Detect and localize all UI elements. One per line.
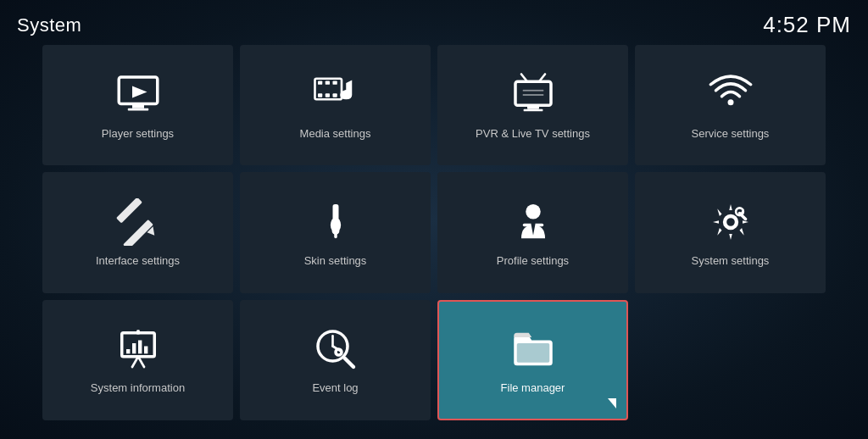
eventlog-icon: [310, 324, 361, 375]
filemanager-icon: [508, 324, 559, 375]
interface-settings-label: Interface settings: [96, 254, 180, 269]
media-settings-label: Media settings: [300, 127, 371, 142]
tile-service-settings[interactable]: Service settings: [635, 45, 826, 165]
svg-rect-10: [332, 93, 337, 97]
svg-point-18: [727, 99, 733, 105]
svg-rect-38: [144, 347, 147, 354]
svg-rect-39: [136, 331, 140, 335]
tile-system-information[interactable]: System information: [42, 300, 233, 420]
svg-rect-45: [516, 343, 549, 363]
service-settings-label: Service settings: [692, 127, 770, 142]
settings-grid: Player settings Media settings: [17, 45, 851, 420]
svg-rect-9: [325, 93, 329, 97]
svg-rect-6: [325, 81, 329, 84]
profile-settings-label: Profile settings: [497, 254, 569, 269]
pvr-icon: [508, 69, 559, 120]
profile-icon: [508, 197, 559, 247]
tile-pvr-settings[interactable]: PVR & Live TV settings: [437, 45, 628, 165]
svg-rect-35: [126, 349, 130, 353]
tile-media-settings[interactable]: Media settings: [240, 45, 431, 165]
svg-rect-14: [527, 105, 539, 108]
svg-point-44: [336, 349, 342, 355]
svg-rect-15: [523, 108, 542, 111]
svg-rect-5: [318, 81, 322, 84]
skin-icon: [310, 197, 361, 247]
system-settings-icon: [705, 197, 756, 247]
svg-rect-20: [116, 198, 142, 223]
page-title: System: [17, 14, 81, 36]
svg-rect-11: [515, 81, 551, 105]
svg-rect-1: [132, 103, 144, 108]
tile-file-manager[interactable]: File manager: [437, 300, 628, 420]
tile-interface-settings[interactable]: Interface settings: [42, 172, 233, 292]
svg-rect-8: [318, 93, 322, 97]
sysinfo-icon: [113, 324, 164, 375]
event-log-label: Event log: [312, 381, 358, 396]
file-manager-label: File manager: [501, 381, 565, 396]
tile-player-settings[interactable]: Player settings: [42, 45, 233, 165]
page-wrapper: System 4:52 PM Player settings: [0, 0, 868, 439]
svg-point-29: [725, 216, 737, 228]
tile-skin-settings[interactable]: Skin settings: [240, 172, 431, 292]
skin-settings-label: Skin settings: [304, 254, 367, 269]
svg-marker-3: [132, 86, 147, 97]
system-information-label: System information: [91, 381, 185, 396]
svg-rect-2: [127, 108, 148, 110]
service-icon: [705, 69, 756, 120]
svg-rect-36: [132, 343, 136, 353]
pvr-settings-label: PVR & Live TV settings: [476, 127, 590, 142]
svg-line-34: [138, 357, 144, 367]
svg-line-43: [344, 358, 353, 368]
svg-rect-7: [332, 81, 337, 84]
player-icon: [113, 69, 164, 120]
svg-line-33: [132, 357, 138, 367]
svg-point-26: [526, 204, 541, 220]
clock: 4:52 PM: [763, 12, 851, 38]
tile-system-settings[interactable]: System settings: [635, 172, 826, 292]
svg-rect-25: [334, 232, 337, 238]
header: System 4:52 PM: [17, 8, 851, 45]
svg-rect-37: [138, 341, 142, 354]
interface-icon: [113, 197, 164, 247]
tile-profile-settings[interactable]: Profile settings: [437, 172, 628, 292]
player-settings-label: Player settings: [102, 127, 174, 142]
tile-event-log[interactable]: Event log: [240, 300, 431, 420]
media-icon: [310, 69, 361, 120]
system-settings-label: System settings: [692, 254, 770, 269]
